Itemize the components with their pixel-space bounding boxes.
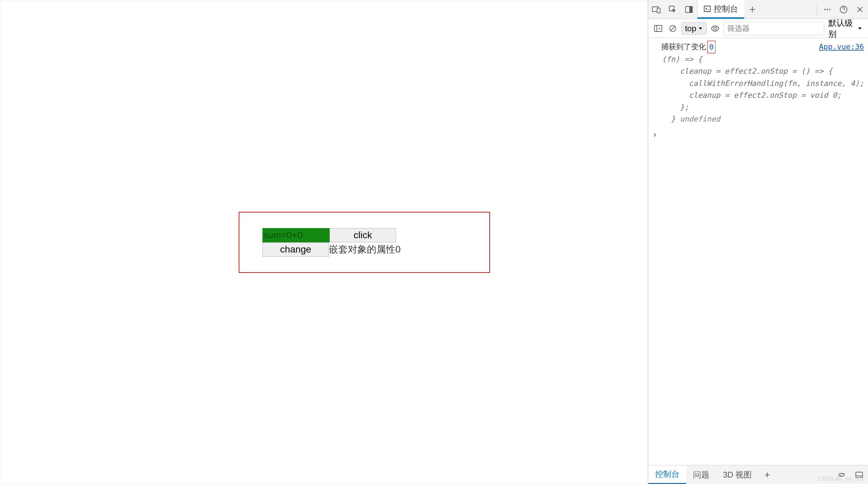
inspect-element-icon[interactable]	[665, 0, 681, 19]
svg-point-7	[827, 9, 828, 10]
console-output[interactable]: 捕获到了变化 0 App.vue:36 (fn) => { cleanup = …	[648, 38, 868, 465]
log-function-body: (fn) => { cleanup = effect2.onStop = () …	[652, 53, 864, 125]
source-link[interactable]: App.vue:36	[819, 41, 864, 53]
demo-container: sum=0+0 click change 嵌套对象的属性0	[239, 212, 490, 273]
tab-console-label: 控制台	[714, 3, 738, 14]
toggle-sidebar-icon[interactable]	[652, 22, 665, 35]
live-expression-icon[interactable]	[709, 22, 722, 35]
device-toolbar-icon[interactable]	[648, 0, 665, 19]
log-level-label: 默认级别	[828, 18, 855, 39]
devtools-panel: 控制台 top	[648, 0, 868, 484]
context-label: top	[685, 24, 696, 33]
nested-prop-label: 嵌套对象的属性0	[329, 242, 401, 257]
devtools-tabstrip: 控制台	[648, 0, 868, 19]
log-value-highlight: 0	[707, 41, 715, 53]
log-message-text: 捕获到了变化	[652, 41, 706, 53]
svg-point-6	[824, 9, 826, 10]
console-prompt[interactable]: ›	[652, 125, 864, 141]
chevron-down-icon	[698, 26, 703, 31]
execution-context-dropdown[interactable]: top	[681, 22, 707, 35]
help-icon[interactable]	[835, 0, 852, 19]
prompt-chevron-icon: ›	[652, 128, 660, 141]
drawer-tab-issues[interactable]: 问题	[686, 465, 716, 484]
dock-side-icon[interactable]	[681, 0, 697, 19]
change-button[interactable]: change	[262, 242, 329, 257]
console-toolbar: top 默认级别	[648, 19, 868, 38]
sum-display: sum=0+0	[262, 228, 330, 242]
svg-point-8	[829, 9, 830, 10]
watermark: CSDN @I_am_shy	[818, 476, 864, 482]
svg-rect-4	[690, 6, 692, 13]
drawer-tab-console[interactable]: 控制台	[648, 465, 686, 484]
close-devtools-icon[interactable]	[852, 0, 868, 19]
new-tab-button[interactable]	[744, 0, 761, 19]
click-button[interactable]: click	[330, 228, 396, 242]
drawer-tab-3dview[interactable]: 3D 视图	[716, 465, 758, 484]
svg-rect-5	[704, 6, 710, 12]
svg-rect-1	[657, 8, 660, 13]
tab-console[interactable]: 控制台	[697, 0, 744, 19]
clear-console-icon[interactable]	[667, 22, 679, 35]
chevron-down-icon	[857, 26, 863, 31]
filter-input[interactable]	[724, 22, 824, 35]
page-viewport: sum=0+0 click change 嵌套对象的属性0	[0, 0, 648, 484]
console-log-entry: 捕获到了变化 0 App.vue:36	[652, 41, 864, 53]
drawer-new-tab-icon[interactable]	[758, 465, 776, 484]
svg-rect-10	[654, 25, 662, 32]
svg-point-14	[714, 27, 716, 30]
more-options-icon[interactable]	[819, 0, 835, 19]
console-tab-icon	[704, 5, 711, 13]
log-level-dropdown[interactable]: 默认级别	[826, 18, 865, 39]
svg-line-13	[671, 26, 675, 31]
